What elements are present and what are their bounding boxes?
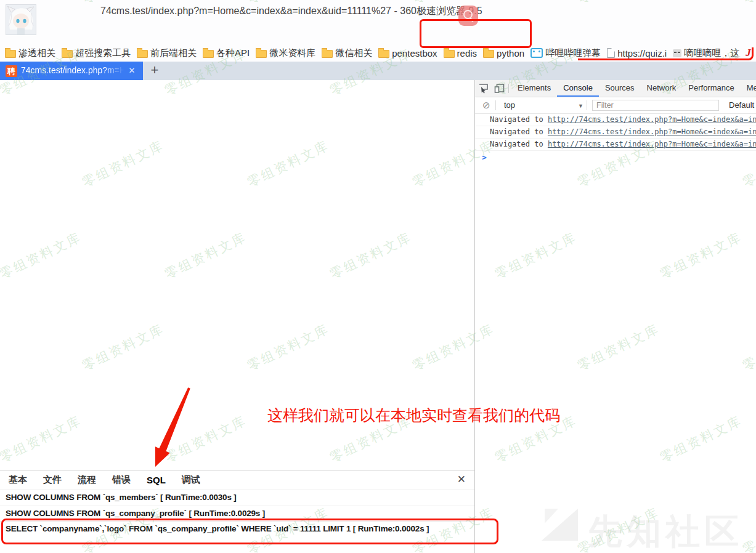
folder-icon [137,50,148,58]
devtools-tabbar: ElementsConsoleSourcesNetworkPerformance… [475,80,756,97]
watermark-text: 零组资料文库 [327,412,415,466]
console-message-prefix: Navigated to [490,115,548,124]
bookmark-label: 哔哩哔哩弹幕 [545,47,601,59]
bookmark-item-8[interactable]: python [483,48,524,59]
tab-favicon: 聘 [6,65,17,77]
trace-tab-SQL[interactable]: SQL [147,475,166,485]
trace-tab-流程[interactable]: 流程 [78,474,96,486]
devtools-tab-elements[interactable]: Elements [511,80,557,97]
bookmark-item-6[interactable]: pentestbox [378,48,437,59]
bookmark-label: 超强搜索工具 [75,47,131,59]
console-prompt[interactable]: > [475,153,756,162]
bookmark-label: 渗透相关 [18,47,55,59]
trace-tab-基本[interactable]: 基本 [9,474,27,486]
divider [508,84,509,93]
bookmark-label: 前后端相关 [150,47,197,59]
trace-tab-文件[interactable]: 文件 [43,474,62,486]
console-message-link[interactable]: http://74cms.test/index.php?m=Home&c=ind… [548,127,756,136]
window-title: 74cms.test/index.php?m=Home&c=index&a=in… [100,5,482,18]
bookmark-item-4[interactable]: 微米资料库 [256,47,315,59]
log-levels-dropdown[interactable]: Default levels [729,100,756,110]
tab-74cms[interactable]: 聘 74cms.test/index.php?m=Home ✕ [0,62,143,80]
trace-sql-row-2: SELECT `companyname`,`logo` FROM `qs_com… [0,521,474,537]
bookmark-label: python [497,48,524,59]
clear-console-icon[interactable]: ⊘ [482,100,490,110]
watermark-text: 零组资料文库 [162,412,250,466]
devtools-tab-sources[interactable]: Sources [599,80,641,97]
bookmark-item-1[interactable]: 超强搜索工具 [62,47,131,59]
bookmark-item-3[interactable]: 各种API [203,47,250,59]
watermark-text: 零组资料文库 [0,320,2,374]
bookmark-item-11[interactable]: 嘀哩嘀哩，这 [673,47,739,59]
watermark-text: 零组资料文库 [245,320,332,374]
dili-icon [673,49,681,57]
watermark-text: 零组资料文库 [79,320,167,374]
search-icon [463,10,473,19]
search-button[interactable] [458,6,478,26]
folder-icon [203,50,214,58]
inspect-element-icon[interactable] [475,80,491,97]
trace-close-icon[interactable]: ✕ [457,473,466,486]
watermark-text: 零组资料文库 [162,228,250,283]
bookmark-item-0[interactable]: 渗透相关 [5,47,55,59]
devtools-tab-performance[interactable]: Performance [682,80,740,97]
bookmark-label: 微米资料库 [269,47,315,59]
bookmark-item-7[interactable]: redis [444,48,478,59]
bookmarks-bar: 渗透相关超强搜索工具前后端相关各种API微米资料库微信相关pentestboxr… [0,44,756,62]
folder-icon [483,50,494,58]
console-message-2: Navigated to http://74cms.test/index.php… [475,139,756,151]
tab-title: 74cms.test/index.php?m=Home [21,65,124,75]
nav-toolbar: 域名重定向 74cms.test/index.php?m=Home&c=inde… [0,21,756,44]
console-message-link[interactable]: http://74cms.test/index.php?m=Home&c=ind… [548,140,756,148]
bookmark-label: 各种API [216,47,250,59]
trace-sql-row-1: SHOW COLUMNS FROM `qs_company_profile` [… [0,506,474,522]
bookmark-item-2[interactable]: 前后端相关 [137,47,197,59]
folder-icon [378,50,389,58]
window-titlebar: 74cms.test/index.php?m=Home&c=index&a=in… [0,0,756,21]
watermark-text: 零组资料文库 [0,228,84,283]
trace-panel: 基本文件流程错误SQL调试✕ SHOW COLUMNS FROM `qs_mem… [0,470,474,553]
bookmark-item-5[interactable]: 微信相关 [322,47,372,59]
console-message-1: Navigated to http://74cms.test/index.php… [475,126,756,139]
console-message-prefix: Navigated to [490,127,548,136]
console-filter-input[interactable] [592,100,719,111]
folder-icon [444,50,455,58]
console-message-prefix: Navigated to [490,140,548,148]
trace-tab-调试[interactable]: 调试 [182,474,200,486]
devtools-tab-network[interactable]: Network [641,80,683,97]
watermark-text: 零组资料文库 [0,412,84,466]
console-messages: Navigated to http://74cms.test/index.php… [475,114,756,151]
bookmark-label: redis [457,48,478,59]
avatar [6,4,36,35]
bookmark-item-9[interactable]: 哔哩哔哩弹幕 [530,47,601,59]
folder-icon [62,50,73,58]
console-toolbar: ⊘ top ▼ Default levels [475,97,756,114]
bookmark-label: 微信相关 [335,47,372,59]
bookmark-item-10[interactable]: https://quiz.i [607,48,667,59]
devtools-panel: ElementsConsoleSourcesNetworkPerformance… [474,80,756,553]
folder-icon [322,50,333,58]
bookmark-label: pentestbox [392,48,437,59]
tab-close-icon[interactable]: ✕ [126,65,137,76]
trace-sql-row-0: SHOW COLUMNS FROM `qs_members` [ RunTime… [0,490,474,506]
watermark-text: 零组资料文库 [79,137,167,191]
context-selector[interactable]: top [504,100,515,110]
jd-icon: J [746,47,751,59]
watermark-text: 零组资料文库 [0,137,2,191]
page-icon [607,48,615,58]
trace-tab-错误[interactable]: 错误 [112,474,131,486]
new-tab-button[interactable]: + [145,62,164,80]
bookmark-label: https://quiz.i [617,48,667,59]
watermark-text: 零组资料文库 [245,137,332,191]
device-toolbar-icon[interactable] [491,80,507,97]
devtools-tab-memory[interactable]: Memory [741,80,756,97]
folder-icon [5,50,16,58]
tab-strip: 聘 74cms.test/index.php?m=Home ✕ + [0,62,756,80]
console-message-link[interactable]: http://74cms.test/index.php?m=Home&c=ind… [548,115,756,124]
chevron-down-icon[interactable]: ▼ [578,103,583,109]
devtools-tab-console[interactable]: Console [557,80,599,97]
bookmark-item-12[interactable]: J [746,47,751,59]
bookmark-label: 嘀哩嘀哩，这 [684,47,739,59]
browser-window: 74cms.test/index.php?m=Home&c=index&a=in… [0,0,756,553]
watermark-text: 零组资料文库 [327,228,415,283]
